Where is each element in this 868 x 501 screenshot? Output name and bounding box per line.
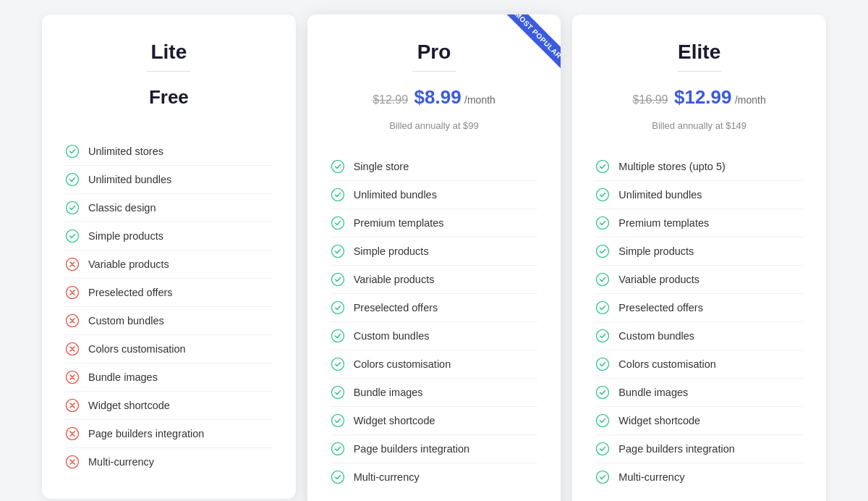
plan-price: Free [65, 86, 273, 109]
plan-title: Lite [65, 41, 273, 64]
cross-icon [65, 342, 80, 356]
plan-price-area: $12.99 $8.99 /month [331, 86, 538, 109]
svg-point-17 [331, 302, 344, 314]
svg-point-25 [597, 189, 609, 201]
feature-item: Variable products [595, 266, 803, 294]
check-icon [595, 272, 610, 287]
feature-label: Custom bundles [88, 315, 164, 327]
plan-card-pro: MOST POPULAR Pro $12.99 $8.99 /month Bil… [307, 14, 561, 501]
feature-item: Preselected offers [595, 294, 803, 322]
plan-title: Elite [595, 41, 803, 64]
svg-point-19 [331, 358, 344, 371]
svg-point-34 [597, 443, 609, 455]
price-period: /month [464, 94, 495, 106]
feature-item: Multiple stores (upto 5) [595, 153, 803, 181]
feature-label: Page builders integration [354, 443, 469, 455]
svg-point-22 [331, 443, 344, 455]
svg-point-33 [597, 415, 609, 427]
svg-point-20 [331, 387, 344, 399]
feature-label: Multi-currency [618, 471, 684, 483]
svg-point-3 [67, 230, 79, 243]
ribbon-label: MOST POPULAR [505, 14, 561, 69]
check-icon [595, 413, 610, 428]
plan-divider [678, 71, 721, 72]
feature-label: Colors customisation [88, 343, 186, 355]
svg-point-27 [597, 245, 609, 258]
svg-point-26 [597, 217, 609, 230]
check-icon [595, 470, 610, 484]
check-icon [65, 144, 80, 159]
feature-label: Widget shortcode [354, 415, 435, 426]
feature-label: Multi-currency [88, 456, 154, 468]
cross-icon [65, 426, 80, 441]
feature-item: Custom bundles [331, 322, 538, 350]
feature-label: Colors customisation [354, 358, 451, 370]
features-list: Multiple stores (upto 5) Unlimited bundl… [595, 153, 803, 491]
svg-point-35 [597, 471, 609, 484]
check-icon [595, 442, 610, 456]
feature-item: Unlimited bundles [65, 166, 273, 194]
check-icon [595, 244, 610, 258]
feature-label: Unlimited stores [88, 146, 163, 157]
check-icon [331, 159, 345, 174]
feature-label: Classic design [88, 202, 156, 214]
price-original: $12.99 [373, 93, 408, 106]
feature-label: Page builders integration [88, 428, 204, 439]
svg-point-0 [67, 146, 79, 158]
feature-item: Variable products [331, 266, 538, 294]
svg-point-2 [67, 202, 79, 214]
feature-item: Variable products [65, 250, 273, 279]
cross-icon [65, 313, 80, 328]
feature-item: Widget shortcode [331, 407, 538, 435]
check-icon [65, 172, 80, 187]
feature-item: Unlimited bundles [331, 181, 538, 209]
feature-label: Multi-currency [354, 471, 420, 483]
check-icon [331, 385, 345, 400]
feature-label: Single store [354, 161, 409, 172]
svg-point-13 [331, 189, 344, 201]
svg-point-21 [331, 415, 344, 427]
feature-item: Bundle images [331, 379, 538, 407]
svg-point-18 [331, 330, 344, 342]
feature-label: Preselected offers [88, 287, 173, 298]
check-icon [331, 300, 345, 315]
cross-icon [65, 285, 80, 300]
price-discounted: $12.99 [674, 86, 732, 108]
feature-label: Widget shortcode [88, 400, 170, 411]
cross-icon [65, 257, 80, 271]
check-icon [595, 300, 610, 315]
svg-point-29 [597, 302, 609, 314]
feature-label: Preselected offers [354, 302, 438, 313]
check-icon [595, 216, 610, 230]
svg-point-30 [597, 330, 609, 342]
check-icon [331, 413, 345, 428]
feature-label: Page builders integration [618, 443, 734, 455]
feature-label: Bundle images [618, 387, 688, 398]
feature-item: Premium templates [595, 209, 803, 237]
feature-label: Simple products [354, 245, 429, 257]
feature-item: Custom bundles [65, 307, 273, 335]
feature-item: Unlimited stores [65, 138, 273, 166]
feature-item: Custom bundles [595, 322, 803, 350]
check-icon [595, 188, 610, 202]
check-icon [331, 470, 345, 484]
feature-label: Unlimited bundles [88, 174, 171, 185]
feature-item: Premium templates [331, 209, 538, 237]
ribbon: MOST POPULAR [495, 14, 561, 80]
check-icon [331, 216, 345, 230]
feature-label: Unlimited bundles [618, 189, 702, 201]
feature-item: Multi-currency [65, 448, 273, 476]
svg-point-1 [67, 174, 79, 186]
price-billed: Billed annually at $99 [331, 120, 538, 131]
feature-item: Classic design [65, 194, 273, 222]
feature-item: Simple products [331, 237, 538, 266]
feature-label: Colors customisation [618, 358, 716, 370]
plan-price-area: $16.99 $12.99 /month [595, 86, 803, 109]
feature-label: Widget shortcode [618, 415, 700, 426]
price-discounted: $8.99 [414, 86, 461, 108]
feature-label: Preselected offers [618, 302, 703, 313]
svg-point-24 [597, 161, 609, 173]
check-icon [331, 442, 345, 456]
feature-label: Multiple stores (upto 5) [618, 161, 725, 172]
feature-item: Widget shortcode [595, 407, 803, 435]
